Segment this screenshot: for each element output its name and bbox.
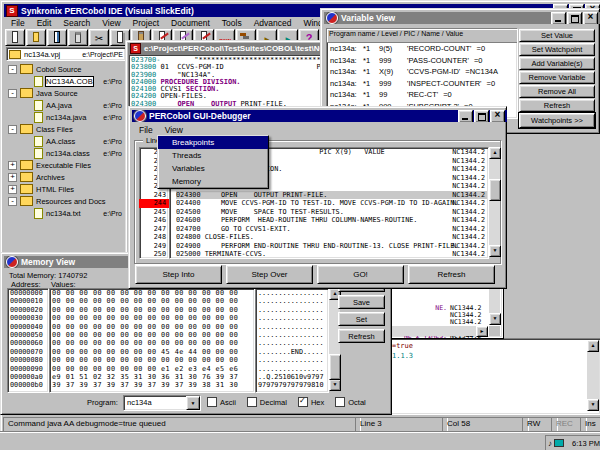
variable-view-title-bar[interactable]: Variable View bbox=[324, 12, 600, 24]
debugger-button[interactable]: Refresh bbox=[408, 265, 495, 284]
menu-item[interactable]: File bbox=[5, 18, 31, 28]
combobox-dropdown-icon[interactable]: ▼ bbox=[186, 396, 200, 410]
source-line-number[interactable]: 245 bbox=[139, 208, 169, 217]
tree-item[interactable]: - Cobol Source bbox=[4, 63, 125, 75]
toolbar-button[interactable] bbox=[26, 29, 46, 46]
memory-view-button[interactable]: Refresh bbox=[338, 329, 385, 343]
scroll-up-icon[interactable]: ▲ bbox=[489, 147, 501, 159]
variable-view-button[interactable]: Remove Variable bbox=[519, 71, 595, 84]
scroll-down-icon[interactable]: ▼ bbox=[489, 245, 501, 257]
menu-item[interactable]: Edit bbox=[31, 18, 58, 28]
tree-item[interactable]: - Resources and Docs bbox=[4, 195, 125, 207]
tree-item[interactable]: AA.class e:\Pro bbox=[4, 135, 125, 147]
tree-toggle-icon[interactable]: - bbox=[8, 125, 17, 134]
source-line-number[interactable]: 248 bbox=[139, 233, 169, 242]
source-row[interactable]: 246 024600 PERFORM HEAD-ROUTINE THRU COL… bbox=[139, 216, 487, 225]
source-line-number[interactable]: 247 bbox=[139, 225, 169, 234]
variable-row[interactable]: nc134a: *1 X(9) 'CCVS-PGM-ID' =NC134A bbox=[327, 66, 517, 78]
tree-item[interactable]: AA.java e:\Pro bbox=[4, 99, 125, 111]
source-row[interactable]: 249 024900 PERFORM END-ROUTINE THRU END-… bbox=[139, 242, 487, 251]
menu-item[interactable]: Document bbox=[165, 18, 216, 28]
scroll-thumb[interactable] bbox=[489, 179, 501, 201]
tree-item[interactable]: + Executable Files bbox=[4, 159, 125, 171]
menu-item[interactable]: Search bbox=[57, 18, 96, 28]
source-line-number[interactable]: 244 bbox=[139, 199, 169, 208]
source-row[interactable]: 245 024500 MOVE SPACE TO TEST-RESULTS.NC… bbox=[139, 208, 487, 217]
format-checkbox[interactable]: Ascii bbox=[207, 397, 236, 407]
variable-row[interactable]: nc134a: *1 9(5) 'RECORD-COUNT' =0 bbox=[327, 43, 517, 55]
variable-row[interactable]: nc134a: *1 99 'REC-CT' =0 bbox=[327, 89, 517, 101]
tree-toggle-icon[interactable]: - bbox=[8, 65, 17, 74]
source-row[interactable]: 250 025000 TERMINATE-CCVS.NC1344.2 bbox=[139, 250, 487, 257]
variable-view-button[interactable]: Remove All bbox=[519, 85, 595, 98]
source-row[interactable]: 248 024800 CLOSE-FILES.NC1344.2 bbox=[139, 233, 487, 242]
tree-toggle-icon[interactable]: + bbox=[8, 185, 17, 194]
menu-item[interactable]: View bbox=[96, 18, 126, 28]
variable-row[interactable]: nc134a: *1 999 'INSPECT-COUNTER' =0 bbox=[327, 78, 517, 90]
tree-item[interactable]: - Class Files bbox=[4, 123, 125, 135]
scroll-right-icon[interactable]: ► bbox=[476, 326, 488, 337]
tree-item[interactable]: + Archives bbox=[4, 171, 125, 183]
debugger-button[interactable]: Step Over bbox=[226, 265, 313, 284]
memory-hex-panel[interactable]: 00 00 00 00 00 00 00 00 00 00 00 00 00 0… bbox=[49, 288, 255, 393]
window-control-icon[interactable] bbox=[567, 12, 582, 24]
window-control-icon[interactable] bbox=[551, 12, 566, 24]
variable-view-button[interactable]: Watchpoints >> bbox=[519, 113, 595, 128]
volume-icon[interactable]: ♪ bbox=[548, 439, 552, 448]
tree-item[interactable]: - Java Source bbox=[4, 87, 125, 99]
memory-address-column[interactable]: 0000000000000010000000200000003000000040… bbox=[7, 288, 49, 393]
project-selector[interactable]: nc134a.vpj e:\Project\PE bbox=[6, 47, 126, 61]
variable-view-button[interactable]: Set Watchpoint bbox=[519, 43, 595, 56]
debugger-menu-item[interactable]: File bbox=[133, 125, 159, 135]
memory-view-button[interactable]: Set bbox=[338, 312, 385, 326]
scroll-down-icon[interactable]: ▼ bbox=[329, 379, 341, 391]
debugger-menu-item[interactable]: View bbox=[159, 125, 189, 135]
scroll-thumb[interactable] bbox=[329, 354, 341, 380]
debugger-title-bar[interactable]: PERCobol GUI-Debugger bbox=[132, 110, 507, 122]
tree-toggle-icon[interactable]: + bbox=[8, 161, 17, 170]
tree-item[interactable]: + HTML Files bbox=[4, 183, 125, 195]
scroll-down-icon[interactable]: ▼ bbox=[489, 313, 501, 325]
resize-grip[interactable] bbox=[489, 326, 500, 336]
scroll-up-icon[interactable]: ▲ bbox=[587, 340, 599, 352]
tree-item[interactable]: NC134A.COB e:\Pro bbox=[4, 75, 125, 87]
source-row[interactable]: 243 024300 OPEN OUTPUT PRINT-FILE.NC1344… bbox=[139, 191, 487, 200]
window-control-icon[interactable] bbox=[583, 12, 598, 24]
source-line-number[interactable]: 243 bbox=[139, 191, 169, 200]
memory-view-button[interactable]: Save bbox=[338, 295, 385, 309]
source-line-number[interactable]: 246 bbox=[139, 216, 169, 225]
debugger-button[interactable]: Step Into bbox=[135, 265, 222, 284]
view-menu-item[interactable]: Threads bbox=[158, 149, 268, 162]
tree-item[interactable]: nc134a.class e:\Pro bbox=[4, 147, 125, 159]
tree-item[interactable]: nc134a.java e:\Pro bbox=[4, 111, 125, 123]
tree-toggle-icon[interactable]: + bbox=[8, 173, 17, 182]
view-menu-item[interactable]: Memory bbox=[158, 175, 268, 188]
variable-view-button[interactable]: Set Value bbox=[519, 29, 595, 42]
window-control-icon[interactable] bbox=[474, 110, 489, 122]
variable-view-button[interactable]: Refresh bbox=[519, 99, 595, 112]
tree-toggle-icon[interactable]: - bbox=[8, 197, 17, 206]
window-control-icon[interactable] bbox=[490, 110, 505, 122]
source-line-number[interactable]: 249 bbox=[139, 242, 169, 251]
variable-row[interactable]: nc134a: *1 999 'PASS-COUNTER' =0 bbox=[327, 55, 517, 67]
toolbar-button[interactable] bbox=[47, 29, 67, 46]
source-row[interactable]: 244 024400 MOVE CCVS-PGM-ID TO TEST-ID. … bbox=[139, 199, 487, 208]
menu-item[interactable]: Project bbox=[127, 18, 165, 28]
scroll-down-icon[interactable]: ▼ bbox=[587, 399, 599, 411]
view-menu-item[interactable]: Variables bbox=[158, 162, 268, 175]
memory-ascii-panel[interactable]: ........................................… bbox=[255, 288, 329, 393]
variable-view-button[interactable]: Add Variable(s) bbox=[519, 57, 595, 70]
source-row[interactable]: 247 024700 GO TO CCVS1-EXIT.NC1344.2 bbox=[139, 225, 487, 234]
tree-toggle-icon[interactable]: - bbox=[8, 89, 17, 98]
format-checkbox[interactable]: Octal bbox=[335, 397, 366, 407]
format-checkbox[interactable]: Hex bbox=[298, 397, 324, 407]
toolbar-button[interactable] bbox=[5, 29, 25, 46]
debugger-button[interactable]: GO! bbox=[317, 265, 404, 284]
format-checkbox[interactable]: Decimal bbox=[247, 397, 287, 407]
debugger-scrollbar[interactable]: ▲ ▼ bbox=[489, 147, 500, 257]
display-icon[interactable] bbox=[554, 439, 564, 447]
output-scrollbar[interactable]: ▲ ▼ bbox=[587, 340, 599, 411]
menu-item[interactable]: Tools bbox=[216, 18, 248, 28]
source-line-number[interactable]: 250 bbox=[139, 250, 169, 257]
menu-item[interactable]: Advanced bbox=[248, 18, 298, 28]
